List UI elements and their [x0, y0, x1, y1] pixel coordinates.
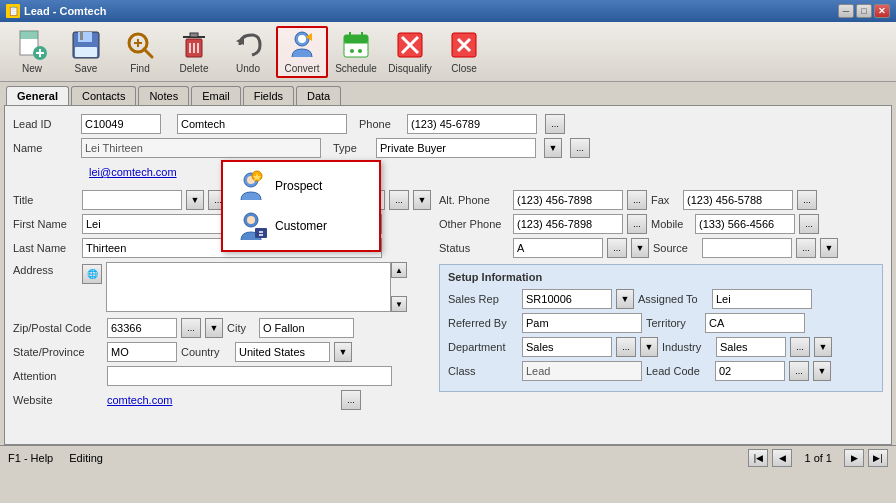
alt-phone-more[interactable]: ...	[627, 190, 647, 210]
delete-label: Delete	[180, 63, 209, 74]
schedule-button[interactable]: Schedule	[330, 26, 382, 78]
title-bar-left: 📋 Lead - Comtech	[6, 4, 107, 18]
status-label: Status	[439, 242, 509, 254]
industry-more[interactable]: ...	[790, 337, 810, 357]
status-info: F1 - Help Editing	[8, 452, 103, 464]
window-title: Lead - Comtech	[24, 5, 107, 17]
other-phone-input[interactable]	[513, 214, 623, 234]
save-icon	[70, 29, 102, 61]
zip-dropdown[interactable]: ▼	[205, 318, 223, 338]
alt-phone-input[interactable]	[513, 190, 623, 210]
svg-point-28	[350, 49, 354, 53]
salutation-dropdown[interactable]: ▼	[413, 190, 431, 210]
tab-general[interactable]: General	[6, 86, 69, 105]
setup-information-section: Setup Information Sales Rep ▼ Assigned T…	[439, 264, 883, 392]
tab-notes[interactable]: Notes	[138, 86, 189, 105]
title-dropdown[interactable]: ▼	[186, 190, 204, 210]
type-label: Type	[333, 142, 368, 154]
attention-input[interactable]	[107, 366, 392, 386]
save-button[interactable]: Save	[60, 26, 112, 78]
company-input[interactable]	[177, 114, 347, 134]
prospect-option[interactable]: Prospect	[227, 166, 375, 206]
territory-input[interactable]	[705, 313, 805, 333]
lead-code-more[interactable]: ...	[789, 361, 809, 381]
new-button[interactable]: New	[6, 26, 58, 78]
status-input[interactable]	[513, 238, 603, 258]
mobile-input[interactable]	[695, 214, 795, 234]
department-dropdown[interactable]: ▼	[640, 337, 658, 357]
tab-data[interactable]: Data	[296, 86, 341, 105]
maximize-button[interactable]: □	[856, 4, 872, 18]
title-controls[interactable]: ─ □ ✕	[838, 4, 890, 18]
type-more-button[interactable]: ...	[570, 138, 590, 158]
lead-code-input[interactable]	[715, 361, 785, 381]
undo-button[interactable]: Undo	[222, 26, 274, 78]
zip-more-button[interactable]: ...	[181, 318, 201, 338]
country-dropdown[interactable]: ▼	[334, 342, 352, 362]
lead-code-dropdown[interactable]: ▼	[813, 361, 831, 381]
tab-email[interactable]: Email	[191, 86, 241, 105]
tab-fields[interactable]: Fields	[243, 86, 294, 105]
name-input[interactable]	[81, 138, 321, 158]
svg-line-10	[144, 49, 152, 57]
address-scroll-down[interactable]: ▼	[391, 296, 407, 312]
country-input[interactable]	[235, 342, 330, 362]
industry-input[interactable]	[716, 337, 786, 357]
minimize-button[interactable]: ─	[838, 4, 854, 18]
source-more[interactable]: ...	[796, 238, 816, 258]
nav-next-button[interactable]: ▶	[844, 449, 864, 467]
right-col: Alt. Phone ... Fax ... Other Phone ... M…	[439, 190, 883, 414]
phone-input[interactable]	[407, 114, 537, 134]
department-more[interactable]: ...	[616, 337, 636, 357]
tab-bar: General Contacts Notes Email Fields Data	[0, 82, 896, 105]
nav-prev-button[interactable]: ◀	[772, 449, 792, 467]
customer-label: Customer	[275, 219, 327, 233]
undo-label: Undo	[236, 63, 260, 74]
salutation-more-button[interactable]: ...	[389, 190, 409, 210]
nav-last-button[interactable]: ▶|	[868, 449, 888, 467]
fax-input[interactable]	[683, 190, 793, 210]
status-more[interactable]: ...	[607, 238, 627, 258]
type-dropdown[interactable]: ▼	[544, 138, 562, 158]
close-button[interactable]: Close	[438, 26, 490, 78]
title-input[interactable]	[82, 190, 182, 210]
nav-first-button[interactable]: |◀	[748, 449, 768, 467]
other-phone-more[interactable]: ...	[627, 214, 647, 234]
editing-text: Editing	[69, 452, 103, 464]
sales-rep-dropdown[interactable]: ▼	[616, 289, 634, 309]
sales-rep-input[interactable]	[522, 289, 612, 309]
assigned-to-label: Assigned To	[638, 293, 708, 305]
zip-input[interactable]	[107, 318, 177, 338]
address-textarea[interactable]	[106, 262, 391, 312]
referred-by-input[interactable]	[522, 313, 642, 333]
type-input[interactable]	[376, 138, 536, 158]
website-link[interactable]: comtech.com	[107, 394, 337, 406]
firstname-label: First Name	[13, 218, 78, 230]
convert-icon	[286, 29, 318, 61]
mobile-more[interactable]: ...	[799, 214, 819, 234]
industry-dropdown[interactable]: ▼	[814, 337, 832, 357]
delete-button[interactable]: Delete	[168, 26, 220, 78]
fax-more[interactable]: ...	[797, 190, 817, 210]
source-dropdown[interactable]: ▼	[820, 238, 838, 258]
title-bar: 📋 Lead - Comtech ─ □ ✕	[0, 0, 896, 22]
website-more-button[interactable]: ...	[341, 390, 361, 410]
source-input[interactable]	[702, 238, 792, 258]
lead-id-input[interactable]	[81, 114, 161, 134]
assigned-to-input[interactable]	[712, 289, 812, 309]
find-button[interactable]: Find	[114, 26, 166, 78]
status-dropdown[interactable]: ▼	[631, 238, 649, 258]
convert-button[interactable]: Convert	[276, 26, 328, 78]
city-input[interactable]	[259, 318, 354, 338]
address-scroll-up[interactable]: ▲	[391, 262, 407, 278]
class-input[interactable]	[522, 361, 642, 381]
close-window-button[interactable]: ✕	[874, 4, 890, 18]
state-input[interactable]	[107, 342, 177, 362]
department-input[interactable]	[522, 337, 612, 357]
lead-id-label: Lead ID	[13, 118, 73, 130]
customer-option[interactable]: Customer	[227, 206, 375, 246]
tab-contacts[interactable]: Contacts	[71, 86, 136, 105]
address-icon-button[interactable]: 🌐	[82, 264, 102, 284]
phone-more-button[interactable]: ...	[545, 114, 565, 134]
disqualify-button[interactable]: Disqualify	[384, 26, 436, 78]
